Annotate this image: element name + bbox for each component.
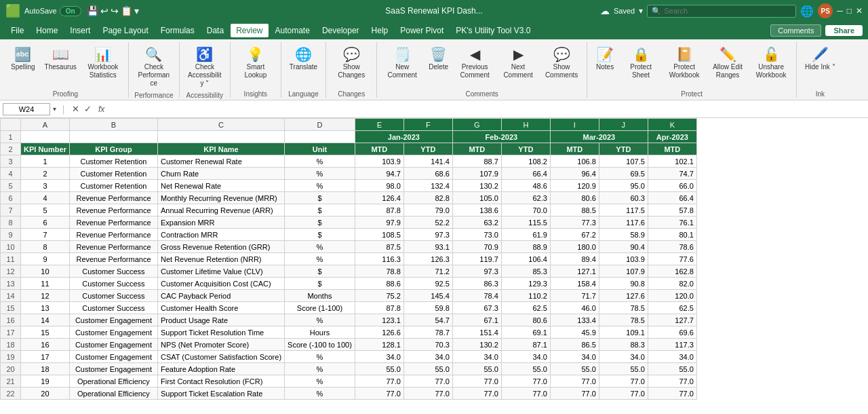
- cell-D17[interactable]: Hours: [285, 326, 355, 339]
- cell-C13[interactable]: Customer Acquisition Cost (CAC): [157, 278, 284, 290]
- cell-B17[interactable]: Customer Engagement: [69, 326, 157, 339]
- avatar[interactable]: PS: [818, 3, 833, 18]
- cell-J17[interactable]: 109.1: [599, 326, 648, 339]
- previous-comment-button[interactable]: ◀ Previous Comment: [454, 45, 496, 82]
- cell-C3[interactable]: Customer Renewal Rate: [157, 155, 284, 168]
- cell-I8[interactable]: 77.3: [550, 217, 599, 229]
- cell-G4[interactable]: 107.9: [452, 168, 501, 180]
- cell-C1[interactable]: [157, 131, 284, 143]
- cell-B3[interactable]: Customer Retention: [69, 155, 157, 168]
- cell-D11[interactable]: %: [285, 253, 355, 265]
- cancel-formula-icon[interactable]: ✕: [72, 104, 79, 114]
- cell-I16[interactable]: 133.4: [550, 314, 599, 326]
- cell-A10[interactable]: 8: [21, 241, 70, 253]
- cell-B10[interactable]: Revenue Performance: [69, 241, 157, 253]
- menu-item-help[interactable]: Help: [366, 24, 394, 37]
- cell-G6[interactable]: 105.0: [452, 192, 501, 204]
- cell-J3[interactable]: 107.5: [599, 155, 648, 168]
- minimize-icon[interactable]: ─: [837, 6, 843, 16]
- cell-E6[interactable]: 126.4: [355, 192, 403, 204]
- cell-A17[interactable]: 15: [21, 326, 70, 339]
- cell-B2[interactable]: KPI Group: [69, 143, 157, 155]
- cell-G11[interactable]: 119.7: [452, 253, 501, 265]
- cell-D10[interactable]: %: [285, 241, 355, 253]
- cell-E8[interactable]: 97.9: [355, 217, 403, 229]
- cell-J6[interactable]: 60.3: [599, 192, 648, 204]
- cell-D7[interactable]: $: [285, 204, 355, 217]
- cell-I9[interactable]: 67.2: [550, 229, 599, 241]
- cell-C17[interactable]: Support Ticket Resolution Time: [157, 326, 284, 339]
- cell-J12[interactable]: 107.9: [599, 265, 648, 278]
- cell-K13[interactable]: 82.0: [648, 278, 696, 290]
- cell-A15[interactable]: 13: [21, 302, 70, 314]
- col-header-F[interactable]: F: [403, 119, 452, 131]
- cell-F14[interactable]: 145.4: [403, 290, 452, 302]
- menu-item-automate[interactable]: Automate: [270, 24, 315, 37]
- cell-EF1[interactable]: Jan-2023: [355, 131, 452, 143]
- cell-E7[interactable]: 87.8: [355, 204, 403, 217]
- cell-B7[interactable]: Revenue Performance: [69, 204, 157, 217]
- cell-E17[interactable]: 126.6: [355, 326, 403, 339]
- cell-I14[interactable]: 71.7: [550, 290, 599, 302]
- comments-button[interactable]: Comments: [770, 24, 821, 37]
- cell-E10[interactable]: 87.5: [355, 241, 403, 253]
- cell-K6[interactable]: 66.4: [648, 192, 696, 204]
- cell-G10[interactable]: 70.9: [452, 241, 501, 253]
- cell-I22[interactable]: 77.0: [550, 388, 599, 400]
- delete-comment-button[interactable]: 🗑️ Delete: [425, 45, 452, 74]
- cell-K8[interactable]: 76.1: [648, 217, 696, 229]
- cell-C18[interactable]: NPS (Net Promoter Score): [157, 339, 284, 351]
- menu-item-pkutil[interactable]: PK's Utility Tool V3.0: [450, 24, 536, 37]
- cell-H18[interactable]: 87.1: [501, 339, 550, 351]
- menu-item-pagelayout[interactable]: Page Layout: [97, 24, 153, 37]
- cell-F20[interactable]: 55.0: [403, 363, 452, 375]
- cell-H22[interactable]: 77.0: [501, 388, 550, 400]
- cell-E16[interactable]: 123.1: [355, 314, 403, 326]
- hide-ink-button[interactable]: 🖊️ Hide Ink ˅: [801, 45, 839, 74]
- cell-E11[interactable]: 116.3: [355, 253, 403, 265]
- cell-H9[interactable]: 61.9: [501, 229, 550, 241]
- cell-H6[interactable]: 62.3: [501, 192, 550, 204]
- cell-B4[interactable]: Customer Retention: [69, 168, 157, 180]
- cell-H15[interactable]: 62.5: [501, 302, 550, 314]
- cell-J10[interactable]: 90.4: [599, 241, 648, 253]
- cell-K12[interactable]: 162.8: [648, 265, 696, 278]
- cell-A3[interactable]: 1: [21, 155, 70, 168]
- cell-H14[interactable]: 110.2: [501, 290, 550, 302]
- close-icon[interactable]: ✕: [856, 6, 863, 16]
- undo-icon[interactable]: ↩: [100, 5, 108, 16]
- cell-J18[interactable]: 88.3: [599, 339, 648, 351]
- cell-I13[interactable]: 158.4: [550, 278, 599, 290]
- cell-D19[interactable]: %: [285, 351, 355, 363]
- cell-K11[interactable]: 77.6: [648, 253, 696, 265]
- cell-E22[interactable]: 77.0: [355, 388, 403, 400]
- cell-C8[interactable]: Expansion MRR: [157, 217, 284, 229]
- cell-D16[interactable]: %: [285, 314, 355, 326]
- cell-G8[interactable]: 63.2: [452, 217, 501, 229]
- cell-G15[interactable]: 67.3: [452, 302, 501, 314]
- cell-I10[interactable]: 180.0: [550, 241, 599, 253]
- cell-F16[interactable]: 54.7: [403, 314, 452, 326]
- cell-B8[interactable]: Revenue Performance: [69, 217, 157, 229]
- cell-B18[interactable]: Customer Engagement: [69, 339, 157, 351]
- col-header-E[interactable]: E: [355, 119, 403, 131]
- cell-C19[interactable]: CSAT (Customer Satisfaction Score): [157, 351, 284, 363]
- check-accessibility-button[interactable]: ♿ Check Accessibility ˅: [184, 45, 226, 90]
- cell-B5[interactable]: Customer Retention: [69, 180, 157, 192]
- cell-I6[interactable]: 80.6: [550, 192, 599, 204]
- cell-A2[interactable]: KPI Number: [21, 143, 70, 155]
- cell-F12[interactable]: 71.2: [403, 265, 452, 278]
- cell-D8[interactable]: $: [285, 217, 355, 229]
- cell-K22[interactable]: 77.0: [648, 388, 696, 400]
- cell-B15[interactable]: Customer Success: [69, 302, 157, 314]
- cell-E2[interactable]: MTD: [355, 143, 403, 155]
- cell-A11[interactable]: 9: [21, 253, 70, 265]
- cell-F4[interactable]: 68.6: [403, 168, 452, 180]
- cell-A8[interactable]: 6: [21, 217, 70, 229]
- cell-K14[interactable]: 120.0: [648, 290, 696, 302]
- cell-G16[interactable]: 67.1: [452, 314, 501, 326]
- cell-I2[interactable]: MTD: [550, 143, 599, 155]
- cell-G18[interactable]: 130.2: [452, 339, 501, 351]
- cell-C15[interactable]: Customer Health Score: [157, 302, 284, 314]
- cell-J22[interactable]: 77.0: [599, 388, 648, 400]
